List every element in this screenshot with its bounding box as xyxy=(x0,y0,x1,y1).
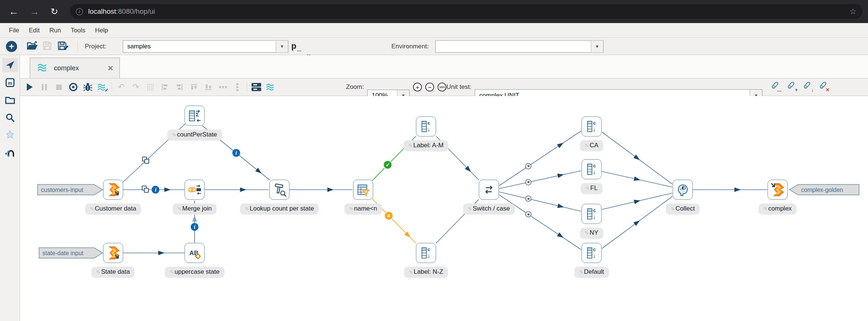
project-combo[interactable]: samples▼ xyxy=(123,40,288,52)
transform-label-lookup-count-per-state[interactable]: ✎Lookup count per state xyxy=(240,203,319,215)
transform-label-fl[interactable]: ✎FL xyxy=(581,183,603,194)
transform-node-label-n-z[interactable]: c↓ xyxy=(416,243,436,263)
transform-label-default[interactable]: ✎Default xyxy=(574,267,609,278)
transform-label-merge-join[interactable]: ✎Merge join xyxy=(173,203,217,215)
zoom-reset-button[interactable]: 100% xyxy=(438,83,446,92)
hop-badge-target-icon xyxy=(525,163,532,169)
chevron-down-icon[interactable]: ▼ xyxy=(276,41,288,52)
transform-node-state-data[interactable] xyxy=(103,243,123,263)
toolbar-separator xyxy=(247,82,247,92)
hop-logo-icon xyxy=(106,182,121,197)
menu-item-edit[interactable]: Edit xyxy=(29,27,39,34)
transform-node-label-a-m[interactable]: c↓ xyxy=(416,116,436,137)
run-pipeline-button[interactable] xyxy=(25,82,35,92)
zoom-out-button[interactable]: − xyxy=(425,83,434,92)
transform-node-merge-join[interactable] xyxy=(185,180,205,200)
transform-node-lookup-count-per-state[interactable] xyxy=(269,180,289,200)
delete-unit-test-button[interactable]: ✕ xyxy=(818,81,827,93)
strings-icon: AB xyxy=(187,245,202,260)
zoom-in-button[interactable]: + xyxy=(413,83,422,92)
filter-icon xyxy=(356,182,371,197)
transform-node-uppercase-state[interactable]: AB xyxy=(185,243,205,263)
reload-icon[interactable]: ↻ xyxy=(51,6,58,17)
svg-text:c: c xyxy=(427,120,430,126)
forward-arrow-icon[interactable]: → xyxy=(30,6,39,17)
menu-item-run[interactable]: Run xyxy=(49,27,61,34)
back-arrow-icon[interactable]: ← xyxy=(9,6,19,17)
transform-node-countperstate[interactable]: Σ xyxy=(185,106,205,126)
transform-label-uppercase-state[interactable]: ✎uppercase state xyxy=(165,267,224,278)
transform-node-default[interactable]: c↓ xyxy=(582,243,602,263)
sidebar-item-plugins-perspective[interactable] xyxy=(2,128,18,142)
edit-pencil-icon: ✎ xyxy=(671,206,675,212)
transform-label-collect[interactable]: ✎Collect xyxy=(666,203,700,215)
transform-label-ca[interactable]: ✎CA xyxy=(580,140,603,151)
svg-text:↓: ↓ xyxy=(427,253,430,259)
open-file-button[interactable] xyxy=(27,41,38,52)
dataset-tag-state-date-input[interactable]: state-date input xyxy=(39,247,103,260)
url-bar[interactable]: i localhost:8080/hop/ui ☆ xyxy=(70,4,862,19)
close-icon[interactable]: ✕ xyxy=(108,64,113,73)
stop-pipeline-button xyxy=(54,82,64,92)
bookmark-star-icon[interactable]: ☆ xyxy=(849,7,856,16)
transform-label-label-n-z[interactable]: ✎Label: N-Z xyxy=(404,267,448,278)
transform-label-ny[interactable]: ✎NY xyxy=(580,228,603,239)
edit-unit-test-button[interactable]: … xyxy=(770,81,779,93)
dataset-tag-complex-golden[interactable]: complex-golden xyxy=(789,184,859,197)
transform-label-switch-case[interactable]: ✎Switch / case xyxy=(463,203,515,215)
transform-label-name-n[interactable]: ✎name<n xyxy=(345,203,382,215)
transform-node-fl[interactable]: c↓ xyxy=(582,159,602,179)
pipeline-edges xyxy=(20,96,868,321)
menu-item-tools[interactable]: Tools xyxy=(71,27,86,34)
detach-unit-test-button[interactable]: ↓ xyxy=(802,81,811,93)
snap-to-grid-button xyxy=(145,82,156,92)
transform-label-countperstate[interactable]: ✎countPerState xyxy=(167,129,222,141)
transform-node-switch-case[interactable] xyxy=(479,180,499,200)
menu-item-help[interactable]: Help xyxy=(95,27,108,34)
info-icon: i xyxy=(76,8,83,15)
new-unit-test-button[interactable]: + xyxy=(786,81,795,93)
transform-node-collect[interactable] xyxy=(673,180,693,200)
transform-label-customer-data[interactable]: ✎Customer data xyxy=(85,203,141,215)
transform-node-complex[interactable] xyxy=(768,180,788,200)
check-pipeline-button[interactable]: ✓ xyxy=(97,82,108,92)
hop-badge-target-icon xyxy=(525,179,532,185)
preview-pipeline-button[interactable] xyxy=(68,82,79,92)
transform-label-label-a-m[interactable]: ✎Label: A-M xyxy=(404,140,448,151)
edit-pencil-icon: ✎ xyxy=(409,269,413,275)
debug-pipeline-button[interactable] xyxy=(83,82,93,92)
dataset-tag-customers-input[interactable]: customers-input xyxy=(37,184,103,197)
switch-icon xyxy=(481,182,496,197)
transform-node-ny[interactable]: c↓ xyxy=(582,204,602,224)
svg-text:↓: ↓ xyxy=(593,253,596,259)
show-execution-results-button[interactable] xyxy=(251,82,262,92)
transform-label-complex[interactable]: ✎complex xyxy=(759,203,797,215)
pipeline-canvas[interactable]: customers-inputstate-date inputcomplex-g… xyxy=(20,96,868,321)
perspectives-sidebar: m xyxy=(0,55,20,321)
edit-pencil-icon: ✎ xyxy=(585,143,589,148)
edit-pipeline-button[interactable] xyxy=(266,82,276,92)
menu-item-file[interactable]: File xyxy=(9,27,19,34)
transform-node-customer-data[interactable] xyxy=(103,180,123,200)
edit-pencil-icon: ✎ xyxy=(245,206,249,212)
sidebar-item-neo4j-perspective[interactable] xyxy=(2,145,18,160)
sidebar-item-data-orchestration-perspective[interactable] xyxy=(2,58,18,72)
lookup-icon xyxy=(272,182,287,197)
pause-pipeline-button xyxy=(39,82,49,92)
edit-project-button[interactable]: p… xyxy=(291,41,868,51)
new-file-button[interactable]: + xyxy=(6,41,17,52)
sidebar-item-search-perspective[interactable] xyxy=(2,110,18,125)
sidebar-item-metadata-perspective[interactable]: m xyxy=(2,76,18,90)
url-text[interactable]: localhost:8080/hop/ui xyxy=(88,7,155,16)
transform-node-name-n[interactable] xyxy=(353,180,373,200)
svg-text:c: c xyxy=(427,247,430,252)
transform-label-state-data[interactable]: ✎State data xyxy=(92,267,135,278)
sidebar-item-file-explorer-perspective[interactable] xyxy=(2,93,18,107)
hop-badge-cross-icon: ✕ xyxy=(384,211,393,220)
save-as-button[interactable] xyxy=(58,41,69,52)
edit-pencil-icon: ✎ xyxy=(763,206,768,212)
transform-label-text: Label: A-M xyxy=(413,142,443,149)
transform-node-ca[interactable]: c↓ xyxy=(582,116,602,137)
align-left-button xyxy=(160,82,170,92)
tab-complex[interactable]: complex ✕ xyxy=(30,58,120,78)
